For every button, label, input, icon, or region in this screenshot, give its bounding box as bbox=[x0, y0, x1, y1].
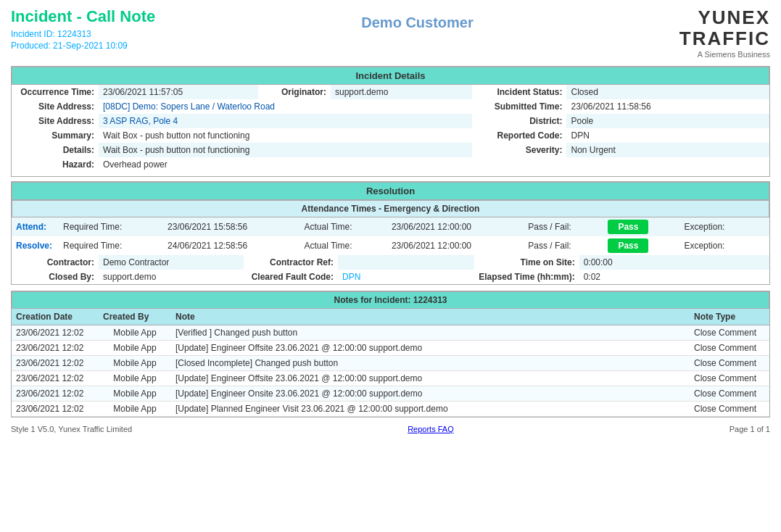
incident-status-value: Closed bbox=[566, 85, 769, 99]
footer-left: Style 1 V5.0, Yunex Traffic Limited bbox=[11, 425, 132, 433]
incident-status-label: Incident Status: bbox=[472, 85, 566, 99]
elapsed-time-label: Elapsed Time (hh:mm): bbox=[474, 270, 579, 284]
note-created-by: Mobile App bbox=[99, 341, 171, 356]
note-text: [Update] Planned Engineer Visit 23.06.20… bbox=[171, 402, 690, 417]
attend-exception-label: Exception: bbox=[679, 217, 756, 236]
incident-id-row: Incident ID: 1224313 bbox=[11, 29, 155, 39]
submitted-time-value: 23/06/2021 11:58:56 bbox=[566, 99, 769, 114]
table-row: Hazard: Overhead power bbox=[12, 157, 769, 172]
time-on-site-label: Time on Site: bbox=[474, 255, 579, 270]
col-creation-date: Creation Date bbox=[12, 309, 99, 325]
contractor-label: Contractor: bbox=[12, 255, 99, 270]
col-note: Note bbox=[171, 309, 690, 325]
resolution-details-table: Contractor: Demo Contractor Contractor R… bbox=[12, 255, 769, 284]
note-created-by: Mobile App bbox=[99, 356, 171, 371]
note-date: 23/06/2021 12:02 bbox=[12, 325, 99, 341]
closed-by-value: support.demo bbox=[99, 270, 244, 284]
note-type: Close Comment bbox=[690, 341, 769, 356]
site-address-label2: Site Address: bbox=[12, 114, 99, 128]
closed-by-label: Closed By: bbox=[12, 270, 99, 284]
note-text: [Verified ] Changed push button bbox=[171, 325, 690, 341]
header-center: Demo Customer bbox=[361, 14, 473, 31]
attend-pass-badge: Pass bbox=[608, 220, 648, 234]
resolve-actual-value: 23/06/2021 12:00:00 bbox=[387, 236, 524, 255]
footer-right: Page 1 of 1 bbox=[730, 425, 770, 433]
col-created-by: Created By bbox=[99, 309, 171, 325]
logo-line2: TRAFFIC bbox=[679, 28, 770, 49]
logo-line1: YUNEX bbox=[679, 7, 770, 28]
site-address-value1: [08DC] Demo: Sopers Lane / Waterloo Road bbox=[99, 99, 472, 114]
header-left: Incident - Call Note Incident ID: 122431… bbox=[11, 7, 155, 51]
note-text: [Update] Engineer Onsite 23.06.2021 @ 12… bbox=[171, 386, 690, 402]
attend-required-value: 23/06/2021 15:58:56 bbox=[163, 217, 299, 236]
list-item: 23/06/2021 12:02 Mobile App [Update] Pla… bbox=[12, 402, 769, 417]
note-type: Close Comment bbox=[690, 356, 769, 371]
list-item: 23/06/2021 12:02 Mobile App [Update] Eng… bbox=[12, 371, 769, 386]
attendance-header: Attendance Times - Emergency & Direction bbox=[12, 200, 769, 217]
resolve-required-label: Required Time: bbox=[59, 236, 163, 255]
attend-label: Attend: bbox=[12, 217, 59, 236]
resolve-label: Resolve: bbox=[12, 236, 59, 255]
col-note-type: Note Type bbox=[690, 309, 769, 325]
page-title: Incident - Call Note bbox=[11, 7, 155, 26]
note-text: [Update] Engineer Offsite 23.06.2021 @ 1… bbox=[171, 371, 690, 386]
notes-table-header-row: Creation Date Created By Note Note Type bbox=[12, 309, 769, 325]
submitted-time-label: Submitted Time: bbox=[472, 99, 566, 114]
attend-pass-fail-label: Pass / Fail: bbox=[524, 217, 603, 236]
resolution-header: Resolution bbox=[12, 182, 769, 200]
details-value: Wait Box - push button not functioning bbox=[99, 143, 472, 157]
contractor-ref-value bbox=[338, 255, 474, 270]
note-created-by: Mobile App bbox=[99, 371, 171, 386]
resolve-exception-value bbox=[756, 236, 769, 255]
produced-value: 21-Sep-2021 10:09 bbox=[53, 41, 128, 51]
hazard-value: Overhead power bbox=[99, 157, 769, 172]
note-date: 23/06/2021 12:02 bbox=[12, 402, 99, 417]
note-created-by: Mobile App bbox=[99, 325, 171, 341]
note-text: [Closed Incomplete] Changed push button bbox=[171, 356, 690, 371]
list-item: 23/06/2021 12:02 Mobile App [Closed Inco… bbox=[12, 356, 769, 371]
attend-required-label: Required Time: bbox=[59, 217, 163, 236]
site-address-value2: 3 ASP RAG, Pole 4 bbox=[99, 114, 472, 128]
attendance-table: Attend: Required Time: 23/06/2021 15:58:… bbox=[12, 217, 769, 255]
resolve-exception-label: Exception: bbox=[679, 236, 756, 255]
attend-exception-value bbox=[756, 217, 769, 236]
resolve-row: Resolve: Required Time: 24/06/2021 12:58… bbox=[12, 236, 769, 255]
logo-sub: A Siemens Business bbox=[679, 50, 770, 59]
note-type: Close Comment bbox=[690, 325, 769, 341]
occurrence-time-value: 23/06/2021 11:57:05 bbox=[99, 85, 258, 99]
notes-header: Notes for Incident: 1224313 bbox=[12, 291, 769, 309]
attend-actual-value: 23/06/2021 12:00:00 bbox=[387, 217, 524, 236]
produced-label: Produced: bbox=[11, 41, 51, 51]
cleared-fault-label: Cleared Fault Code: bbox=[244, 270, 338, 284]
resolve-actual-label: Actual Time: bbox=[300, 236, 387, 255]
list-item: 23/06/2021 12:02 Mobile App [Update] Eng… bbox=[12, 386, 769, 402]
note-created-by: Mobile App bbox=[99, 402, 171, 417]
note-text: [Update] Engineer Offsite 23.06.2021 @ 1… bbox=[171, 341, 690, 356]
notes-table: Creation Date Created By Note Note Type … bbox=[12, 309, 769, 417]
incident-id-value: 1224313 bbox=[57, 29, 91, 39]
contractor-value: Demo Contractor bbox=[99, 255, 244, 270]
hazard-label: Hazard: bbox=[12, 157, 99, 172]
list-item: 23/06/2021 12:02 Mobile App [Verified ] … bbox=[12, 325, 769, 341]
note-date: 23/06/2021 12:02 bbox=[12, 371, 99, 386]
summary-value: Wait Box - push button not functioning bbox=[99, 128, 472, 143]
attend-actual-label: Actual Time: bbox=[300, 217, 387, 236]
occurrence-time-label: Occurrence Time: bbox=[12, 85, 99, 99]
logo: YUNEX TRAFFIC bbox=[679, 7, 770, 49]
customer-name: Demo Customer bbox=[361, 14, 473, 31]
reports-faq-link[interactable]: Reports FAQ bbox=[408, 425, 454, 433]
severity-label: Severity: bbox=[472, 143, 566, 157]
note-created-by: Mobile App bbox=[99, 386, 171, 402]
resolve-pass-fail-label: Pass / Fail: bbox=[524, 236, 603, 255]
note-type: Close Comment bbox=[690, 402, 769, 417]
note-date: 23/06/2021 12:02 bbox=[12, 356, 99, 371]
summary-label: Summary: bbox=[12, 128, 99, 143]
incident-details-section: Incident Details Occurrence Time: 23/06/… bbox=[11, 66, 770, 177]
resolve-required-value: 24/06/2021 12:58:56 bbox=[163, 236, 299, 255]
incident-details-header: Incident Details bbox=[12, 67, 769, 85]
list-item: 23/06/2021 12:02 Mobile App [Update] Eng… bbox=[12, 341, 769, 356]
severity-value: Non Urgent bbox=[566, 143, 769, 157]
resolve-pass-badge: Pass bbox=[608, 238, 648, 253]
table-row: Contractor: Demo Contractor Contractor R… bbox=[12, 255, 769, 270]
table-row: Summary: Wait Box - push button not func… bbox=[12, 128, 769, 143]
